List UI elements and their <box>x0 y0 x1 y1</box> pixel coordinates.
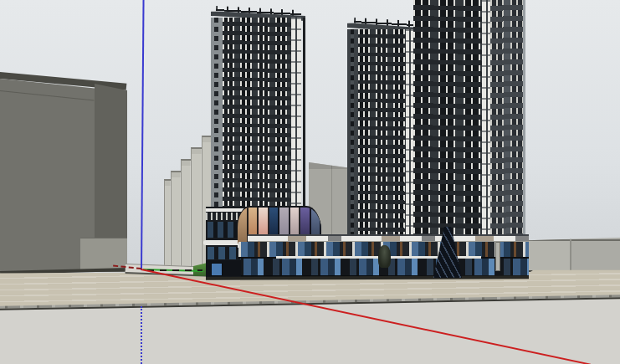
tower-3-right-facade <box>490 0 523 238</box>
boundary-wall <box>527 238 620 272</box>
tower-2-side-windows <box>351 29 354 237</box>
tower-3-corner-trim <box>523 0 525 238</box>
context-slab <box>191 147 202 267</box>
sketchup-3d-viewport[interactable] <box>0 0 620 364</box>
tower-1-side-windows <box>214 18 218 212</box>
tower-3-window-facade <box>413 0 482 238</box>
tower-3-bay-slit <box>486 0 488 238</box>
podium-fascia-band <box>248 234 529 242</box>
tower-2-bay-slit <box>409 29 411 237</box>
tower-1-bay-slit <box>295 18 297 212</box>
tower-1-window-facade <box>223 18 291 212</box>
tower-2-window-facade <box>358 29 406 237</box>
wall-shade <box>571 238 620 272</box>
tower-1-side-face <box>211 18 223 212</box>
tower-2-side-face <box>347 29 358 237</box>
tower-1-balcony-bay <box>291 18 301 212</box>
midrise-seam <box>331 162 332 243</box>
tower-2 <box>347 23 418 237</box>
blue-axis-dotted-negative <box>141 306 142 364</box>
podium-left-door-glass <box>211 263 223 276</box>
tower-3 <box>413 0 525 238</box>
tower-1 <box>211 11 305 212</box>
tower-2-balcony-bay <box>406 29 413 237</box>
tower-3-balcony-bay <box>482 0 490 238</box>
podium-pylon <box>495 242 500 271</box>
tower-1-corner-trim <box>303 18 305 212</box>
street-shrub <box>378 245 391 268</box>
